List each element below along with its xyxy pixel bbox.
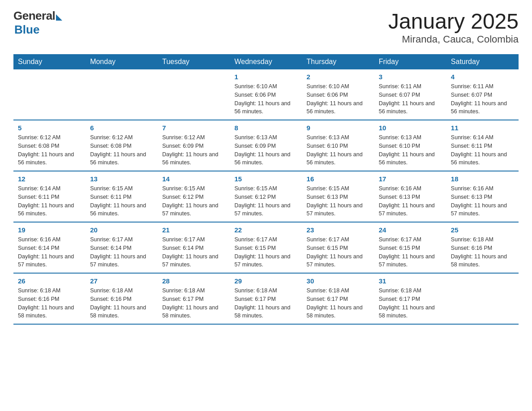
- day-info: Sunrise: 6:12 AMSunset: 6:08 PMDaylight:…: [90, 133, 153, 167]
- page-title: January 2025: [388, 9, 519, 34]
- calendar-cell: 17Sunrise: 6:16 AMSunset: 6:13 PMDayligh…: [374, 171, 446, 222]
- day-number: 30: [307, 277, 370, 285]
- day-info: Sunrise: 6:10 AMSunset: 6:06 PMDaylight:…: [234, 82, 297, 116]
- logo-blue-text: Blue: [14, 23, 39, 37]
- day-info: Sunrise: 6:12 AMSunset: 6:08 PMDaylight:…: [18, 133, 81, 167]
- day-info: Sunrise: 6:18 AMSunset: 6:17 PMDaylight:…: [234, 287, 297, 320]
- calendar-cell: 8Sunrise: 6:13 AMSunset: 6:09 PMDaylight…: [230, 120, 302, 171]
- day-info: Sunrise: 6:12 AMSunset: 6:09 PMDaylight:…: [162, 133, 225, 167]
- day-number: 1: [234, 73, 297, 81]
- day-number: 6: [90, 124, 153, 132]
- day-number: 21: [162, 226, 225, 234]
- day-info: Sunrise: 6:11 AMSunset: 6:07 PMDaylight:…: [379, 82, 442, 116]
- week-row-4: 19Sunrise: 6:16 AMSunset: 6:14 PMDayligh…: [13, 222, 519, 273]
- day-number: 19: [18, 226, 81, 234]
- calendar-cell: 23Sunrise: 6:17 AMSunset: 6:15 PMDayligh…: [302, 222, 374, 273]
- calendar-cell: 22Sunrise: 6:17 AMSunset: 6:15 PMDayligh…: [230, 222, 302, 273]
- day-number: 4: [451, 73, 514, 81]
- calendar-cell: 30Sunrise: 6:18 AMSunset: 6:17 PMDayligh…: [302, 273, 374, 324]
- day-number: 31: [379, 277, 442, 285]
- day-info: Sunrise: 6:13 AMSunset: 6:10 PMDaylight:…: [379, 133, 442, 167]
- day-number: 23: [307, 226, 370, 234]
- calendar-cell: 16Sunrise: 6:15 AMSunset: 6:13 PMDayligh…: [302, 171, 374, 222]
- day-info: Sunrise: 6:14 AMSunset: 6:11 PMDaylight:…: [451, 133, 514, 167]
- day-info: Sunrise: 6:18 AMSunset: 6:17 PMDaylight:…: [379, 287, 442, 320]
- day-number: 8: [234, 124, 297, 132]
- day-number: 24: [379, 226, 442, 234]
- day-number: 13: [90, 175, 153, 183]
- calendar-cell: 28Sunrise: 6:18 AMSunset: 6:17 PMDayligh…: [158, 273, 230, 324]
- day-number: 7: [162, 124, 225, 132]
- week-row-1: 1Sunrise: 6:10 AMSunset: 6:06 PMDaylight…: [13, 69, 519, 120]
- day-info: Sunrise: 6:18 AMSunset: 6:16 PMDaylight:…: [451, 235, 514, 269]
- weekday-header-tuesday: Tuesday: [158, 54, 230, 69]
- day-number: 11: [451, 124, 514, 132]
- day-info: Sunrise: 6:18 AMSunset: 6:16 PMDaylight:…: [90, 287, 153, 320]
- day-info: Sunrise: 6:18 AMSunset: 6:17 PMDaylight:…: [162, 287, 225, 320]
- day-number: 29: [234, 277, 297, 285]
- day-number: 18: [451, 175, 514, 183]
- calendar-cell: 29Sunrise: 6:18 AMSunset: 6:17 PMDayligh…: [230, 273, 302, 324]
- day-number: 12: [18, 175, 81, 183]
- day-number: 15: [234, 175, 297, 183]
- day-info: Sunrise: 6:17 AMSunset: 6:14 PMDaylight:…: [90, 235, 153, 269]
- title-area: January 2025 Miranda, Cauca, Colombia: [388, 9, 519, 45]
- calendar-cell: 6Sunrise: 6:12 AMSunset: 6:08 PMDaylight…: [86, 120, 158, 171]
- week-row-5: 26Sunrise: 6:18 AMSunset: 6:16 PMDayligh…: [13, 273, 519, 324]
- calendar-cell: 1Sunrise: 6:10 AMSunset: 6:06 PMDaylight…: [230, 69, 302, 120]
- day-number: 28: [162, 277, 225, 285]
- calendar-cell: 19Sunrise: 6:16 AMSunset: 6:14 PMDayligh…: [13, 222, 86, 273]
- day-info: Sunrise: 6:15 AMSunset: 6:12 PMDaylight:…: [162, 184, 225, 218]
- calendar-cell: 18Sunrise: 6:16 AMSunset: 6:13 PMDayligh…: [446, 171, 519, 222]
- calendar-body: 1Sunrise: 6:10 AMSunset: 6:06 PMDaylight…: [13, 69, 519, 324]
- calendar-cell: 20Sunrise: 6:17 AMSunset: 6:14 PMDayligh…: [86, 222, 158, 273]
- day-info: Sunrise: 6:17 AMSunset: 6:15 PMDaylight:…: [379, 235, 442, 269]
- calendar-cell: 21Sunrise: 6:17 AMSunset: 6:14 PMDayligh…: [158, 222, 230, 273]
- calendar-cell: 5Sunrise: 6:12 AMSunset: 6:08 PMDaylight…: [13, 120, 86, 171]
- calendar-cell: 4Sunrise: 6:11 AMSunset: 6:07 PMDaylight…: [446, 69, 519, 120]
- calendar-cell: 14Sunrise: 6:15 AMSunset: 6:12 PMDayligh…: [158, 171, 230, 222]
- day-number: 17: [379, 175, 442, 183]
- day-info: Sunrise: 6:17 AMSunset: 6:14 PMDaylight:…: [162, 235, 225, 269]
- calendar-cell: 31Sunrise: 6:18 AMSunset: 6:17 PMDayligh…: [374, 273, 446, 324]
- weekday-header-row: SundayMondayTuesdayWednesdayThursdayFrid…: [13, 54, 519, 69]
- day-info: Sunrise: 6:13 AMSunset: 6:10 PMDaylight:…: [307, 133, 370, 167]
- week-row-2: 5Sunrise: 6:12 AMSunset: 6:08 PMDaylight…: [13, 120, 519, 171]
- weekday-header-thursday: Thursday: [302, 54, 374, 69]
- page-subtitle: Miranda, Cauca, Colombia: [388, 34, 519, 45]
- day-info: Sunrise: 6:15 AMSunset: 6:11 PMDaylight:…: [90, 184, 153, 218]
- day-number: 27: [90, 277, 153, 285]
- day-number: 25: [451, 226, 514, 234]
- day-info: Sunrise: 6:16 AMSunset: 6:13 PMDaylight:…: [451, 184, 514, 218]
- calendar-cell: [158, 69, 230, 120]
- calendar-cell: 2Sunrise: 6:10 AMSunset: 6:06 PMDaylight…: [302, 69, 374, 120]
- calendar-header: SundayMondayTuesdayWednesdayThursdayFrid…: [13, 54, 519, 69]
- calendar-cell: 9Sunrise: 6:13 AMSunset: 6:10 PMDaylight…: [302, 120, 374, 171]
- calendar-cell: [446, 273, 519, 324]
- day-info: Sunrise: 6:17 AMSunset: 6:15 PMDaylight:…: [307, 235, 370, 269]
- day-info: Sunrise: 6:13 AMSunset: 6:09 PMDaylight:…: [234, 133, 297, 167]
- weekday-header-monday: Monday: [86, 54, 158, 69]
- calendar-cell: 27Sunrise: 6:18 AMSunset: 6:16 PMDayligh…: [86, 273, 158, 324]
- day-info: Sunrise: 6:16 AMSunset: 6:13 PMDaylight:…: [379, 184, 442, 218]
- weekday-header-sunday: Sunday: [13, 54, 86, 69]
- day-number: 2: [307, 73, 370, 81]
- day-info: Sunrise: 6:15 AMSunset: 6:12 PMDaylight:…: [234, 184, 297, 218]
- day-number: 9: [307, 124, 370, 132]
- day-info: Sunrise: 6:11 AMSunset: 6:07 PMDaylight:…: [451, 82, 514, 116]
- day-number: 3: [379, 73, 442, 81]
- logo-general-text: General: [13, 9, 55, 23]
- day-number: 10: [379, 124, 442, 132]
- day-info: Sunrise: 6:14 AMSunset: 6:11 PMDaylight:…: [18, 184, 81, 218]
- day-number: 20: [90, 226, 153, 234]
- weekday-header-friday: Friday: [374, 54, 446, 69]
- day-number: 14: [162, 175, 225, 183]
- logo: General Blue: [13, 9, 62, 37]
- day-info: Sunrise: 6:17 AMSunset: 6:15 PMDaylight:…: [234, 235, 297, 269]
- calendar-cell: 24Sunrise: 6:17 AMSunset: 6:15 PMDayligh…: [374, 222, 446, 273]
- page-header: General Blue January 2025 Miranda, Cauca…: [13, 9, 519, 45]
- calendar-cell: 13Sunrise: 6:15 AMSunset: 6:11 PMDayligh…: [86, 171, 158, 222]
- day-info: Sunrise: 6:15 AMSunset: 6:13 PMDaylight:…: [307, 184, 370, 218]
- calendar-cell: [86, 69, 158, 120]
- calendar-table: SundayMondayTuesdayWednesdayThursdayFrid…: [13, 54, 519, 325]
